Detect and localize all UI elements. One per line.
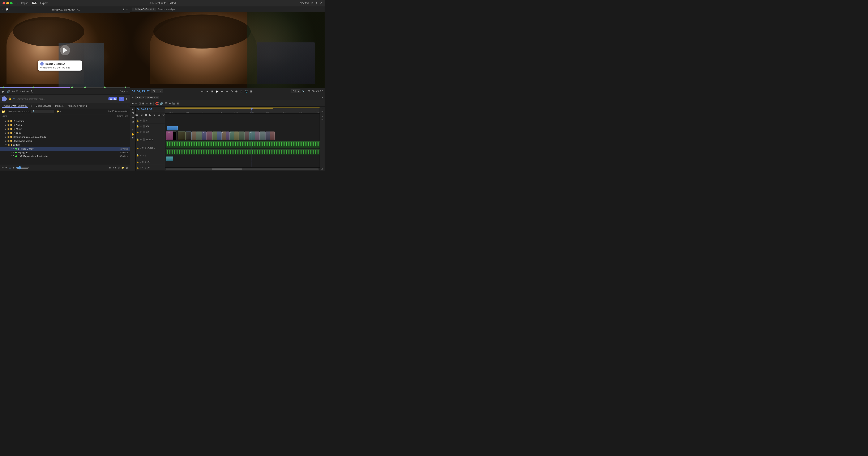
clip-v1-12[interactable] xyxy=(234,132,239,140)
edit-tool-icon[interactable]: ✏ xyxy=(2,166,4,169)
source-video[interactable]: Francis Crossman We hold on this shot to… xyxy=(0,13,130,87)
close-window-button[interactable] xyxy=(2,2,5,4)
source-progress-bar[interactable] xyxy=(0,87,130,88)
loop-icon[interactable]: ⟳ xyxy=(230,89,234,93)
tool-camera[interactable]: 📷 xyxy=(172,102,176,105)
tl-tool-track[interactable]: ⊡ xyxy=(132,112,134,115)
eye-a3[interactable]: M xyxy=(140,161,142,163)
clip-v1-13[interactable] xyxy=(239,132,245,140)
tl-stop[interactable]: ⏹ xyxy=(145,113,148,117)
track-content-a3[interactable] xyxy=(165,156,319,162)
lock-a4[interactable]: 🔒 xyxy=(136,167,139,169)
fit-select[interactable]: Fit 25% 50% 75% 100% xyxy=(151,89,163,93)
clip-v1-4[interactable] xyxy=(196,132,202,140)
stop-icon[interactable]: ⏹ xyxy=(211,89,214,93)
track-content-v1[interactable]: Hilltop_100 xyxy=(165,131,319,141)
clip-v1-5[interactable]: SHGN7... xyxy=(202,132,207,140)
lock-a3[interactable]: 🔒 xyxy=(136,161,139,163)
review-button[interactable]: REVIEW xyxy=(300,2,309,4)
tool-track-select[interactable]: ⇒ xyxy=(135,102,137,105)
clip-v1-7[interactable] xyxy=(212,132,217,140)
tree-item-squiggles[interactable]: ▶ ⋮⋮ Squiggles 30.00 fps xyxy=(0,151,130,154)
lock-v1[interactable]: 🔒 xyxy=(136,138,139,141)
clip-v1-1[interactable] xyxy=(178,132,186,140)
step-back-icon[interactable]: ◄ xyxy=(206,89,209,93)
home-icon[interactable]: ⌂ xyxy=(16,2,18,5)
tool-rolling[interactable]: ⊞ xyxy=(142,102,145,105)
toggle-zz-seq[interactable]: ▼ xyxy=(5,144,7,146)
tree-item-02-audio[interactable]: ▶ ▣ 02 Audio xyxy=(0,123,130,127)
tl-step-back[interactable]: ◄ xyxy=(140,113,143,117)
clip-v1-17[interactable] xyxy=(259,132,266,140)
toggle-stock-audio[interactable]: ▶ xyxy=(5,140,6,142)
search-input[interactable] xyxy=(36,110,53,113)
sort-icon[interactable]: ≡ xyxy=(109,167,111,169)
tl-go-out[interactable]: ⏭ xyxy=(158,113,161,117)
tl-tool-text[interactable]: T xyxy=(132,137,133,140)
play-program-icon[interactable]: ▶ xyxy=(215,89,219,94)
source-fullscreen[interactable]: ⤢ xyxy=(126,90,128,93)
clip-v1-9[interactable]: SHGN7_5... xyxy=(222,132,226,140)
clip-v1-2[interactable] xyxy=(186,132,192,140)
tool-snap[interactable]: 🧲 xyxy=(155,102,159,105)
step-forward-icon[interactable]: ► xyxy=(220,89,224,93)
delete-icon[interactable]: 🗑 xyxy=(126,167,128,169)
resolution-select[interactable]: 540p xyxy=(120,90,125,93)
eye-a4[interactable]: M xyxy=(140,167,142,169)
tree-item-stock-audio[interactable]: ▶ ▣ Stock Audio Media xyxy=(0,139,130,143)
solo-a4[interactable]: S xyxy=(142,167,144,169)
emoji-icon[interactable]: 😊 xyxy=(8,97,11,100)
timeline-ruler[interactable]: 0:04 0:08 0:12 0:16 0:20 0:24 0:28 0:32 … xyxy=(165,108,319,114)
shuttle-icon[interactable]: ⇅ xyxy=(30,89,33,93)
new-item-icon[interactable]: ⊞ xyxy=(118,166,120,169)
tool-captions[interactable]: ⊟ xyxy=(177,102,179,105)
go-to-in-icon[interactable]: ⏮ xyxy=(200,89,204,93)
eye-v3[interactable]: 👁 xyxy=(140,125,142,127)
clip-v1-10[interactable] xyxy=(226,132,230,140)
play-button[interactable]: ▶ xyxy=(2,89,5,93)
track-content-v2[interactable] xyxy=(165,125,319,131)
scrollbar-thumb[interactable] xyxy=(212,168,242,170)
eye-v1[interactable]: 👁 xyxy=(140,138,142,141)
wrench-icon[interactable]: 🔧 xyxy=(302,90,305,93)
tool-ripple[interactable]: ⊡ xyxy=(139,102,141,105)
list-view-icon[interactable]: ☰ xyxy=(9,166,11,169)
lock-a2[interactable]: 🔒 xyxy=(136,154,139,156)
new-folder-icon[interactable]: 📁+ xyxy=(57,110,61,113)
clip-v1-19[interactable] xyxy=(270,132,275,140)
back-icon[interactable]: ← xyxy=(2,8,4,11)
clip-a3-1[interactable] xyxy=(166,156,173,161)
tl-play[interactable]: ▶ xyxy=(149,113,152,117)
tree-item-03-music[interactable]: ▶ ▣ 03 Music xyxy=(0,127,130,131)
panel-layout-icon[interactable]: ⊡ xyxy=(311,2,313,4)
tool-markers[interactable]: 🏴 xyxy=(164,102,168,105)
timeline-tab-settings[interactable]: ⊞ xyxy=(156,96,158,98)
volume-icon[interactable]: 🔊 xyxy=(6,89,10,93)
solo-v2[interactable]: ⬛ xyxy=(143,131,145,133)
track-content-a4[interactable] xyxy=(165,162,319,167)
tool-link[interactable]: 🔗 xyxy=(160,102,163,105)
track-content-a2[interactable] xyxy=(165,148,319,156)
tool-add-marker[interactable]: + xyxy=(169,102,171,105)
solo-a3[interactable]: S xyxy=(142,161,144,163)
clip-v2-1[interactable] xyxy=(167,125,178,130)
eye-a1[interactable]: M xyxy=(140,147,142,149)
tl-tool-hand[interactable]: ✋ xyxy=(131,133,134,136)
clip-v1-16[interactable] xyxy=(255,132,259,140)
tl-tool-v[interactable]: ▶ xyxy=(132,108,134,111)
forward-icon[interactable]: ▶| xyxy=(126,97,128,100)
timeline-tab-close[interactable]: ✕ xyxy=(153,96,155,98)
timeline-tab[interactable]: 1 Hilltop Coffee ✕ ⊞ xyxy=(135,96,159,99)
tool-selection[interactable]: ▶ xyxy=(132,102,134,105)
track-content-a1[interactable] xyxy=(165,141,319,148)
toggle-04-gfx[interactable]: ▶ xyxy=(5,132,6,134)
program-tab-close[interactable]: ✕ xyxy=(150,8,152,10)
comment-input[interactable] xyxy=(17,98,107,100)
folder-icon-bottom[interactable]: 📁 xyxy=(121,166,124,169)
nav-edit[interactable]: Edit xyxy=(32,1,36,5)
eye-v2[interactable]: 👁 xyxy=(140,131,142,133)
tree-item-04-gfx[interactable]: ▶ ▣ 04 GFX xyxy=(0,131,130,135)
timeline-expand-icon[interactable]: ≡ xyxy=(132,96,133,99)
fullscreen-icon[interactable]: ⤢ xyxy=(320,2,322,4)
tab-audio-clip-mixer[interactable]: Audio Clip Mixer: 1 H xyxy=(67,104,90,108)
